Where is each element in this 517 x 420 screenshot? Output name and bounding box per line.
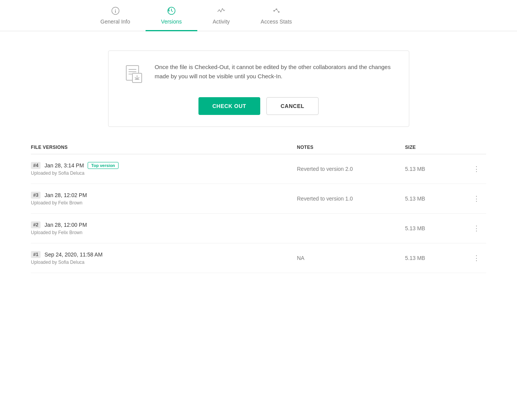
version-date-3: Jan 28, 12:00 PM (44, 222, 87, 228)
tab-access-stats[interactable]: Access Stats (245, 0, 307, 31)
version-date-2: Jan 28, 12:02 PM (44, 192, 87, 198)
version-date-1: Jan 28, 3:14 PM (44, 162, 84, 169)
table-row: #3 Jan 28, 12:02 PM Uploaded by Felix Br… (31, 184, 486, 214)
tab-activity-label: Activity (213, 19, 230, 25)
version-menu-2[interactable]: ⋮ (467, 194, 486, 203)
version-notes-2: Reverted to version 1.0 (297, 196, 405, 202)
version-menu-1[interactable]: ⋮ (467, 165, 486, 173)
svg-point-4 (276, 8, 277, 10)
version-badge-1: #4 (31, 162, 41, 169)
version-info-2: #3 Jan 28, 12:02 PM Uploaded by Felix Br… (31, 192, 297, 206)
svg-point-5 (278, 11, 280, 13)
checkout-message: Once the file is Checked-Out, it cannot … (155, 62, 393, 81)
table-row: #2 Jan 28, 12:00 PM Uploaded by Felix Br… (31, 214, 486, 243)
version-info-1: #4 Jan 28, 3:14 PM Top version Uploaded … (31, 162, 297, 176)
table-row: #4 Jan 28, 3:14 PM Top version Uploaded … (31, 154, 486, 184)
version-uploader-4: Uploaded by Sofia Deluca (31, 260, 297, 265)
svg-point-3 (273, 10, 275, 12)
tab-activity[interactable]: Activity (197, 0, 245, 31)
version-size-1: 5.13 MB (405, 166, 467, 172)
version-info-4: #1 Sep 24, 2020, 11:58 AM Uploaded by So… (31, 251, 297, 265)
svg-line-7 (277, 10, 278, 12)
versions-section: FILE VERSIONS NOTES SIZE #4 Jan 28, 3:14… (31, 141, 486, 273)
version-notes-1: Reverted to version 2.0 (297, 166, 405, 172)
svg-line-6 (275, 10, 276, 10)
info-icon: i (111, 7, 120, 16)
activity-icon (217, 7, 225, 16)
version-size-4: 5.13 MB (405, 255, 467, 261)
version-top-3: #2 Jan 28, 12:00 PM (31, 221, 297, 228)
version-uploader-1: Uploaded by Sofia Deluca (31, 170, 297, 176)
versions-icon (167, 7, 176, 16)
tab-versions-label: Versions (161, 19, 182, 25)
versions-table-header: FILE VERSIONS NOTES SIZE (31, 141, 486, 154)
version-badge-3: #2 (31, 221, 41, 228)
version-top-1: #4 Jan 28, 3:14 PM Top version (31, 162, 297, 169)
version-menu-3[interactable]: ⋮ (467, 224, 486, 233)
tab-general-info[interactable]: i General Info (85, 0, 146, 31)
version-menu-4[interactable]: ⋮ (467, 254, 486, 262)
main-content: Once the file is Checked-Out, it cannot … (0, 31, 517, 285)
cancel-button[interactable]: CANCEL (266, 97, 319, 115)
checkout-button[interactable]: CHECK OUT (198, 97, 260, 115)
version-info-3: #2 Jan 28, 12:00 PM Uploaded by Felix Br… (31, 221, 297, 235)
col-notes: NOTES (297, 145, 405, 150)
col-size: SIZE (405, 145, 467, 150)
tab-general-info-label: General Info (100, 19, 130, 25)
checkout-card: Once the file is Checked-Out, it cannot … (108, 51, 409, 127)
tab-versions[interactable]: Versions (146, 0, 197, 31)
version-uploader-2: Uploaded by Felix Brown (31, 200, 297, 206)
version-badge-4: #1 (31, 251, 41, 258)
col-file-versions: FILE VERSIONS (31, 145, 297, 150)
version-uploader-3: Uploaded by Felix Brown (31, 230, 297, 235)
access-stats-icon (272, 7, 281, 16)
top-version-badge-1: Top version (88, 162, 119, 169)
table-row: #1 Sep 24, 2020, 11:58 AM Uploaded by So… (31, 243, 486, 273)
checkout-file-icon (124, 64, 146, 86)
tab-access-stats-label: Access Stats (261, 19, 292, 25)
version-badge-2: #3 (31, 192, 41, 199)
col-actions (467, 145, 486, 150)
version-top-4: #1 Sep 24, 2020, 11:58 AM (31, 251, 297, 258)
checkout-card-inner: Once the file is Checked-Out, it cannot … (124, 62, 393, 86)
version-top-2: #3 Jan 28, 12:02 PM (31, 192, 297, 199)
svg-text:i: i (115, 8, 116, 14)
tabs-container: i General Info Versions Activity (0, 0, 517, 31)
version-notes-4: NA (297, 255, 405, 261)
version-size-3: 5.13 MB (405, 225, 467, 231)
checkout-actions: CHECK OUT CANCEL (198, 97, 319, 115)
version-size-2: 5.13 MB (405, 196, 467, 202)
version-date-4: Sep 24, 2020, 11:58 AM (44, 251, 102, 258)
